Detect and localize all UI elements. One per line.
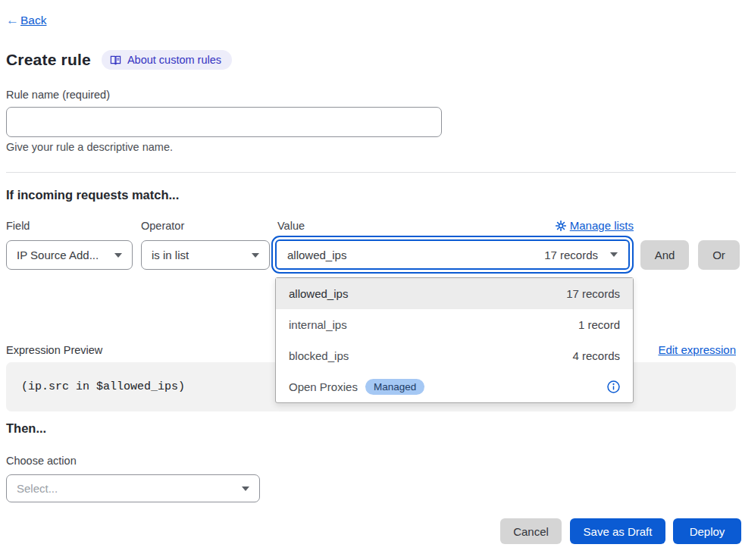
title-row: Create rule About custom rules bbox=[6, 50, 232, 70]
page-title: Create rule bbox=[6, 51, 91, 69]
expression-code: (ip.src in $allowed_ips) bbox=[21, 380, 185, 393]
dropdown-item-allowed-ips[interactable]: allowed_ips 17 records bbox=[276, 278, 633, 309]
chevron-down-icon bbox=[242, 486, 249, 491]
list-name: internal_ips bbox=[289, 318, 347, 331]
chevron-down-icon bbox=[610, 252, 618, 257]
action-select-placeholder: Select... bbox=[17, 482, 58, 495]
expression-preview-label: Expression Preview bbox=[6, 344, 102, 356]
match-section-heading: If incoming requests match... bbox=[6, 188, 179, 202]
field-select[interactable]: IP Source Add... bbox=[6, 240, 133, 270]
value-select-value: allowed_ips bbox=[287, 249, 346, 261]
dropdown-item-open-proxies[interactable]: Open Proxies Managed bbox=[276, 371, 633, 402]
rule-name-input[interactable] bbox=[6, 107, 442, 137]
about-custom-rules-link[interactable]: About custom rules bbox=[102, 50, 232, 70]
rule-name-help-text: Give your rule a descriptive name. bbox=[6, 141, 173, 153]
operator-select-value: is in list bbox=[152, 249, 189, 261]
list-name: blocked_ips bbox=[289, 349, 349, 362]
rule-name-label: Rule name (required) bbox=[6, 89, 110, 101]
deploy-button[interactable]: Deploy bbox=[673, 518, 741, 544]
cancel-button[interactable]: Cancel bbox=[500, 518, 562, 544]
back-link[interactable]: ← Back bbox=[6, 13, 46, 28]
back-arrow-icon: ← bbox=[6, 13, 19, 28]
edit-expression-link[interactable]: Edit expression bbox=[658, 343, 736, 356]
value-select-records: 17 records bbox=[544, 249, 598, 261]
operator-label: Operator bbox=[141, 220, 184, 232]
about-badge-label: About custom rules bbox=[127, 54, 221, 66]
book-icon bbox=[110, 55, 121, 66]
gear-icon bbox=[556, 221, 566, 231]
section-divider bbox=[6, 172, 736, 173]
info-icon[interactable] bbox=[607, 380, 620, 393]
action-select[interactable]: Select... bbox=[6, 474, 260, 502]
manage-lists-label: Manage lists bbox=[570, 219, 634, 232]
value-dropdown-panel: allowed_ips 17 records internal_ips 1 re… bbox=[275, 277, 634, 403]
save-as-draft-button[interactable]: Save as Draft bbox=[570, 518, 665, 544]
operator-select[interactable]: is in list bbox=[141, 240, 270, 270]
chevron-down-icon bbox=[114, 253, 122, 258]
dropdown-item-blocked-ips[interactable]: blocked_ips 4 records bbox=[276, 340, 633, 371]
manage-lists-link[interactable]: Manage lists bbox=[556, 219, 634, 232]
then-section-heading: Then... bbox=[6, 421, 46, 436]
back-label: Back bbox=[20, 14, 46, 27]
list-record-count: 1 record bbox=[578, 318, 620, 331]
or-button[interactable]: Or bbox=[698, 240, 740, 270]
value-select[interactable]: allowed_ips 17 records bbox=[275, 239, 630, 270]
list-name: Open Proxies bbox=[289, 380, 358, 393]
field-label: Field bbox=[6, 220, 30, 232]
choose-action-label: Choose action bbox=[6, 455, 77, 467]
list-record-count: 4 records bbox=[572, 349, 620, 362]
value-label: Value bbox=[277, 220, 305, 232]
and-button[interactable]: And bbox=[640, 240, 689, 270]
chevron-down-icon bbox=[252, 253, 259, 258]
managed-badge: Managed bbox=[365, 379, 424, 395]
list-name: allowed_ips bbox=[289, 287, 348, 300]
create-rule-page: ← Back Create rule About custom rules Ru… bbox=[0, 0, 742, 560]
dropdown-item-internal-ips[interactable]: internal_ips 1 record bbox=[276, 309, 633, 340]
list-record-count: 17 records bbox=[566, 287, 620, 300]
field-select-value: IP Source Add... bbox=[17, 249, 99, 261]
